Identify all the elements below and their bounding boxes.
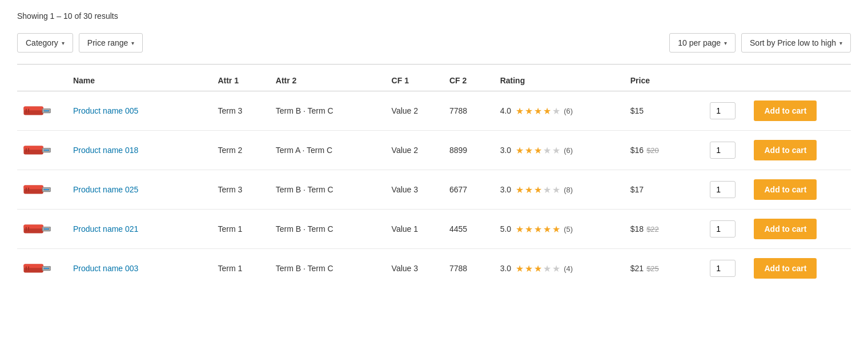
svg-rect-37 (44, 268, 49, 269)
rating-value: 5.0 (500, 224, 511, 234)
star-icon: ★ (525, 184, 533, 195)
product-cf2: 4455 (445, 210, 496, 249)
price-current: $18 (630, 224, 644, 234)
add-to-cart-button[interactable]: Add to cart (754, 179, 817, 200)
rating-count: (6) (564, 146, 573, 155)
svg-rect-6 (26, 109, 27, 113)
product-image (22, 178, 53, 201)
sort-by-chevron-icon: ▾ (839, 40, 842, 46)
product-image-cell (17, 131, 69, 170)
product-qty-cell (705, 131, 749, 170)
category-chevron-icon: ▾ (62, 40, 65, 46)
product-attr1: Term 1 (213, 210, 271, 249)
star-icon: ★ (516, 145, 524, 156)
product-cf2: 7788 (445, 91, 496, 131)
per-page-chevron-icon: ▾ (724, 40, 727, 46)
per-page-select[interactable]: 10 per page ▾ (669, 33, 736, 53)
product-cf2: 7788 (445, 249, 496, 288)
svg-rect-13 (44, 150, 49, 151)
product-cf1: Value 3 (387, 170, 445, 210)
stars: ★★★★★ (516, 184, 560, 195)
add-to-cart-button[interactable]: Add to cart (754, 258, 817, 279)
product-action-cell: Add to cart (749, 249, 851, 288)
product-image-cell (17, 170, 69, 210)
product-attr2: Term B · Term C (271, 249, 387, 288)
price-current: $21 (630, 264, 644, 273)
svg-rect-23 (28, 188, 29, 192)
divider (17, 64, 851, 65)
product-attr2: Term A · Term C (271, 131, 387, 170)
product-image-cell (17, 249, 69, 288)
star-icon: ★ (534, 184, 542, 195)
price-current: $16 (630, 146, 644, 155)
star-icon: ★ (543, 145, 551, 156)
table-header-row: Name Attr 1 Attr 2 CF 1 CF 2 Rating Pric… (17, 70, 851, 91)
quantity-input[interactable] (710, 181, 736, 198)
star-icon: ★ (552, 263, 560, 274)
stars: ★★★★★ (516, 224, 560, 235)
product-cf2: 6677 (445, 170, 496, 210)
star-icon: ★ (543, 263, 551, 274)
rating-value: 3.0 (500, 264, 511, 273)
quantity-input[interactable] (710, 220, 736, 238)
rating-count: (8) (564, 186, 573, 194)
star-icon: ★ (543, 224, 551, 235)
star-icon: ★ (525, 224, 533, 235)
rating-value: 4.0 (500, 106, 511, 115)
col-header-cf2: CF 2 (445, 70, 496, 91)
quantity-input[interactable] (710, 260, 736, 277)
rating-value: 3.0 (500, 146, 511, 155)
col-header-cf1: CF 1 (387, 70, 445, 91)
star-icon: ★ (552, 184, 560, 195)
rating-count: (4) (564, 264, 573, 273)
svg-rect-5 (44, 110, 49, 111)
stars: ★★★★★ (516, 106, 560, 116)
product-name-link[interactable]: Product name 025 (73, 185, 138, 194)
category-filter[interactable]: Category ▾ (17, 33, 73, 53)
product-qty-cell (705, 91, 749, 131)
star-icon: ★ (552, 106, 560, 116)
product-attr1: Term 3 (213, 91, 271, 131)
add-to-cart-button[interactable]: Add to cart (754, 219, 817, 239)
col-header-action (749, 70, 851, 91)
add-to-cart-button[interactable]: Add to cart (754, 140, 817, 160)
sort-by-select[interactable]: Sort by Price low to high ▾ (741, 33, 851, 53)
product-rating-cell: 4.0 ★★★★★ (6) (496, 91, 626, 131)
product-name-cell: Product name 003 (69, 249, 213, 288)
star-icon: ★ (552, 224, 560, 235)
per-page-label: 10 per page (678, 38, 721, 47)
price-range-filter[interactable]: Price range ▾ (79, 33, 143, 53)
sort-group: 10 per page ▾ Sort by Price low to high … (669, 33, 851, 53)
product-name-link[interactable]: Product name 021 (73, 224, 138, 234)
col-header-rating: Rating (496, 70, 626, 91)
product-cf1: Value 1 (387, 210, 445, 249)
add-to-cart-button[interactable]: Add to cart (754, 100, 817, 121)
product-image-cell (17, 91, 69, 131)
col-header-qty (705, 70, 749, 91)
sort-by-label: Sort by Price low to high (750, 38, 836, 47)
product-name-link[interactable]: Product name 003 (73, 264, 138, 273)
product-name-cell: Product name 005 (69, 91, 213, 131)
product-price-cell: $21$25 (626, 249, 705, 288)
col-header-attr1: Attr 1 (213, 70, 271, 91)
category-filter-label: Category (26, 38, 58, 47)
price-current: $15 (630, 106, 644, 115)
svg-rect-15 (28, 148, 29, 152)
product-cf1: Value 3 (387, 249, 445, 288)
product-image (22, 257, 53, 280)
product-name-link[interactable]: Product name 018 (73, 146, 138, 155)
col-header-name: Name (69, 70, 213, 91)
product-name-link[interactable]: Product name 005 (73, 106, 138, 115)
quantity-input[interactable] (710, 102, 736, 119)
product-rating-cell: 3.0 ★★★★★ (4) (496, 249, 626, 288)
product-action-cell: Add to cart (749, 210, 851, 249)
product-action-cell: Add to cart (749, 91, 851, 131)
star-icon: ★ (525, 106, 533, 116)
price-original: $22 (646, 225, 659, 234)
product-image (22, 139, 53, 162)
star-icon: ★ (534, 106, 542, 116)
quantity-input[interactable] (710, 142, 736, 159)
rating-value: 3.0 (500, 185, 511, 194)
product-rating-cell: 3.0 ★★★★★ (8) (496, 170, 626, 210)
product-attr1: Term 2 (213, 131, 271, 170)
